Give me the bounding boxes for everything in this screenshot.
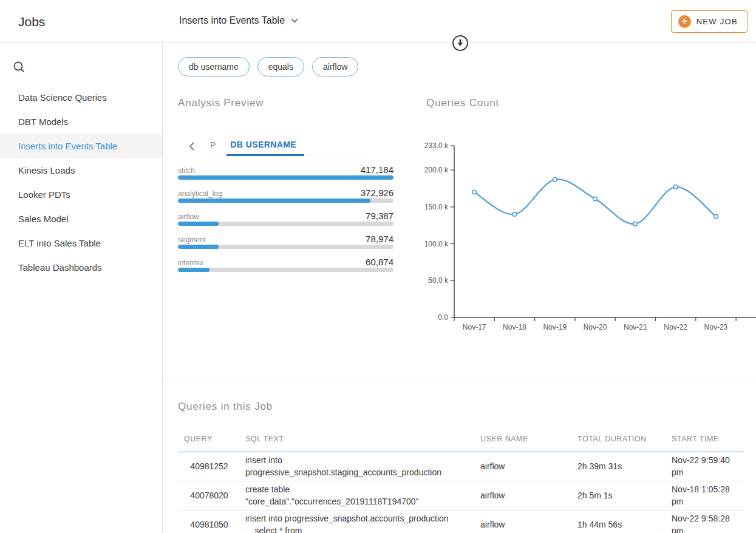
bar-value: 78,974	[366, 234, 393, 244]
bar-fill	[178, 199, 370, 203]
db-username-bar-chart: stitch417,184analytical_log372,926airflo…	[178, 165, 393, 280]
column-header-user-name: USER NAME	[474, 427, 571, 452]
sidebar-item-elt-into-sales-table[interactable]: ELT into Sales Table	[0, 231, 162, 256]
cell-query: 40981252	[178, 452, 240, 481]
job-selector-dropdown[interactable]: Inserts into Events Table	[179, 15, 298, 26]
sidebar-item-kinesis-loads[interactable]: Kinesis Loads	[0, 158, 162, 183]
column-header-start-time: START TIME	[666, 427, 744, 452]
svg-text:0.0: 0.0	[438, 313, 448, 322]
queries-count-title: Queries Count	[426, 97, 499, 109]
queries-table: QUERYSQL TEXTUSER NAMETOTAL DURATIONSTAR…	[178, 427, 744, 533]
tab-partial[interactable]: P	[209, 140, 217, 155]
app-header: Jobs Inserts into Events Table + NEW JOB	[0, 0, 756, 43]
app-root: Jobs Inserts into Events Table + NEW JOB…	[0, 0, 756, 533]
svg-text:Nov-21: Nov-21	[624, 323, 647, 331]
bar-label: intermix	[178, 259, 203, 267]
cell-query: 40078020	[178, 481, 240, 510]
arrow-down-circle-icon	[452, 35, 469, 52]
analysis-preview-title: Analysis Preview	[178, 97, 264, 109]
sidebar-item-dbt-models[interactable]: DBT Models	[0, 110, 162, 134]
page-title: Jobs	[18, 15, 45, 29]
bar-value: 372,926	[361, 188, 393, 198]
svg-text:Nov-23: Nov-23	[704, 323, 728, 331]
bar-track	[178, 268, 393, 272]
search-icon[interactable]	[13, 61, 26, 76]
filter-chip-airflow[interactable]: airflow	[312, 57, 358, 76]
plus-icon: +	[678, 15, 691, 28]
bar-track	[178, 199, 393, 203]
sidebar-item-tableau-dashboards[interactable]: Tableau Dashboards	[0, 256, 162, 280]
cell-start: Nov-22 9:58:28 pm	[666, 510, 744, 533]
table-row[interactable]: 40981050insert into progressive_snapshot…	[178, 510, 744, 533]
new-job-button[interactable]: + NEW JOB	[671, 10, 747, 33]
column-header-total-duration: TOTAL DURATION	[571, 427, 666, 452]
sidebar-nav: Data Science QueriesDBT ModelsInserts in…	[0, 86, 162, 280]
queries-table-title: Queries in this Job	[178, 401, 273, 413]
svg-text:150.0 k: 150.0 k	[424, 203, 449, 211]
filter-chip-equals[interactable]: equals	[257, 57, 304, 76]
cell-start: Nov-18 1:05:28 pm	[666, 481, 744, 510]
bar-track	[178, 175, 393, 180]
bar-track	[178, 222, 393, 226]
bar-fill	[178, 245, 219, 249]
job-selector-value: Inserts into Events Table	[179, 15, 285, 26]
bar-value: 79,387	[366, 211, 393, 221]
svg-text:50.0 k: 50.0 k	[428, 276, 449, 285]
column-header-query: QUERY	[178, 427, 240, 452]
bar-fill	[178, 268, 209, 272]
download-icon[interactable]	[451, 34, 469, 52]
cell-sql: create table "core_data"."occurrences_20…	[240, 481, 474, 510]
tab-db-username[interactable]: DB USERNAME	[226, 140, 304, 156]
svg-text:100.0 k: 100.0 k	[424, 240, 449, 248]
bar-fill	[178, 175, 393, 180]
cell-user: airflow	[474, 510, 571, 533]
sidebar: Data Science QueriesDBT ModelsInserts in…	[0, 43, 163, 533]
cell-user: airflow	[474, 481, 571, 510]
sidebar-item-sales-model[interactable]: Sales Model	[0, 207, 162, 231]
svg-text:Nov-20: Nov-20	[584, 323, 607, 331]
svg-text:Nov-19: Nov-19	[543, 323, 567, 331]
bar-row-intermix: intermix60,874	[178, 257, 393, 280]
bar-row-airflow: airflow79,387	[178, 211, 393, 234]
chevron-down-icon	[291, 18, 298, 23]
cell-dur: 2h 5m 1s	[571, 481, 666, 510]
column-header-sql-text: SQL TEXT	[240, 427, 474, 452]
filter-chips: db usernameequalsairflow	[178, 57, 358, 76]
cell-dur: 1h 44m 56s	[571, 510, 666, 533]
sidebar-item-inserts-into-events-table[interactable]: Inserts into Events Table	[0, 134, 162, 158]
cell-start: Nov-22 9:59:40 pm	[666, 452, 744, 481]
section-divider	[163, 381, 756, 381]
bar-row-segment: segment78,974	[178, 234, 393, 257]
bar-row-stitch: stitch417,184	[178, 165, 393, 188]
bar-row-analytical_log: analytical_log372,926	[178, 188, 393, 211]
cell-user: airflow	[474, 452, 571, 481]
cell-sql: insert into progressive_snapshot.staging…	[240, 452, 474, 481]
svg-text:200.0 k: 200.0 k	[424, 166, 449, 174]
table-row[interactable]: 40981252insert into progressive_snapshot…	[178, 452, 744, 481]
filter-chip-db-username[interactable]: db username	[178, 57, 250, 76]
bar-value: 60,874	[366, 257, 393, 267]
cell-dur: 2h 39m 31s	[571, 452, 666, 481]
new-job-label: NEW JOB	[696, 17, 738, 26]
cell-query: 40981050	[178, 510, 240, 533]
queries-count-line-chart: 0.050.0 k100.0 k150.0 k200.0 k233.0 kNov…	[419, 140, 756, 340]
bar-value: 417,184	[361, 165, 393, 175]
svg-text:Nov-17: Nov-17	[463, 323, 486, 331]
table-row[interactable]: 40078020create table "core_data"."occurr…	[178, 481, 744, 510]
chevron-left-icon[interactable]	[188, 141, 196, 154]
bar-label: analytical_log	[178, 189, 222, 198]
bar-label: stitch	[178, 166, 195, 175]
cell-sql: insert into progressive_snapshot.account…	[240, 510, 474, 533]
table-header-row: QUERYSQL TEXTUSER NAMETOTAL DURATIONSTAR…	[178, 427, 744, 452]
bar-label: segment	[178, 236, 206, 244]
svg-text:Nov-22: Nov-22	[664, 323, 687, 331]
bar-label: airflow	[178, 212, 199, 221]
bar-track	[178, 245, 393, 249]
svg-text:Nov-18: Nov-18	[503, 323, 526, 331]
analysis-tabstrip: P DB USERNAME	[209, 137, 363, 155]
bar-fill	[178, 222, 219, 226]
sidebar-item-data-science-queries[interactable]: Data Science Queries	[0, 86, 162, 110]
svg-text:233.0 k: 233.0 k	[424, 141, 449, 150]
sidebar-item-looker-pdts[interactable]: Looker PDTs	[0, 183, 162, 207]
